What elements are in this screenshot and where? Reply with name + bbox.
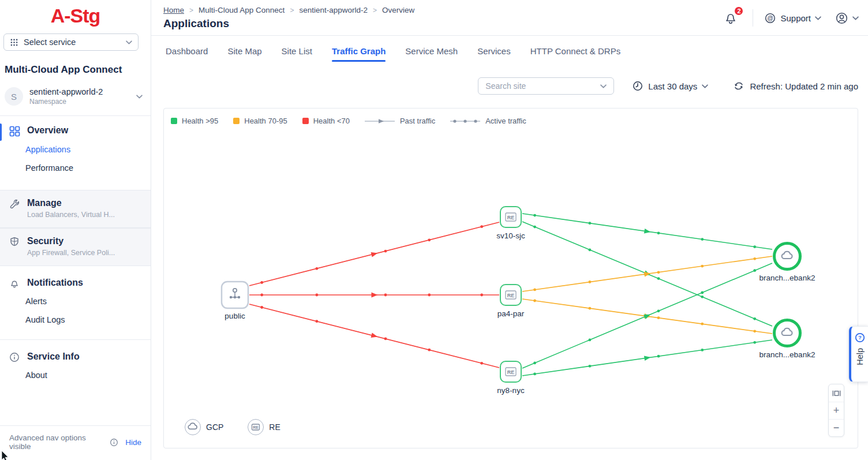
hide-advanced-nav-link[interactable]: Hide [125, 438, 141, 447]
zoom-out-button[interactable]: − [829, 419, 844, 436]
active-section-indicator [0, 124, 2, 141]
svg-text:pa4-par: pa4-par [497, 309, 525, 318]
svg-text:ny8-nyc: ny8-nyc [497, 386, 525, 395]
tab-site-map[interactable]: Site Map [227, 43, 261, 63]
node-type-legend: GCPRERE [185, 419, 305, 435]
chevron-down-icon [126, 40, 132, 44]
namespace-type-label: Namespace [29, 98, 103, 106]
sidebar-item-about[interactable]: About [25, 366, 151, 384]
main-content: Home>Multi-Cloud App Connect>sentient-ap… [151, 0, 868, 460]
section-title: Overview [27, 125, 68, 135]
controls-row: Search site Last 30 days [151, 77, 868, 95]
notifications-bell-button[interactable]: 2 [721, 9, 740, 27]
notifications-count-badge: 2 [734, 6, 744, 16]
sidebar-section-service-info[interactable]: Service Info [0, 351, 151, 362]
graph-node-branch-ebank2-b[interactable]: branch...ebank2 [760, 320, 815, 360]
help-tab[interactable]: ? Help [849, 326, 868, 382]
advanced-nav-label: Advanced nav options visible [9, 433, 106, 451]
sidebar-nav: OverviewApplicationsPerformanceManageLoa… [0, 125, 151, 384]
sidebar: A-Stg Select service Multi-Cloud App Con… [0, 0, 151, 460]
svg-text:sv10-sjc: sv10-sjc [496, 231, 525, 240]
graph-edge-public-to-pa4-par[interactable] [249, 293, 499, 298]
tab-service-mesh[interactable]: Service Mesh [405, 43, 458, 63]
select-service-dropdown[interactable]: Select service [3, 33, 139, 51]
legend-swatch [302, 118, 309, 124]
breadcrumb-item[interactable]: Home [163, 6, 184, 14]
node-type-gcp: GCP [185, 419, 223, 435]
sidebar-divider [0, 115, 151, 116]
sidebar-item-alerts[interactable]: Alerts [25, 292, 151, 311]
chevron-down-icon [136, 95, 143, 99]
breadcrumb-separator: > [290, 6, 294, 14]
section-subtitle: App Firewall, Service Poli... [27, 249, 115, 257]
namespace-name: sentient-appworld-2 [29, 87, 103, 96]
breadcrumb-item[interactable]: Multi-Cloud App Connect [199, 6, 285, 14]
bell-icon [9, 278, 21, 289]
breadcrumb-item[interactable]: sentient-appworld-2 [299, 6, 368, 14]
chevron-down-icon [702, 84, 708, 88]
fit-to-screen-button[interactable] [829, 384, 844, 402]
node-type-re: RERE [248, 419, 280, 435]
support-menu[interactable]: @ Support [765, 13, 821, 24]
refresh-status: Refresh: Updated 2 min ago [750, 81, 858, 91]
graph-node-pa4-par[interactable]: REpa4-par [497, 285, 525, 318]
time-range-label: Last 30 days [648, 81, 697, 91]
graph-node-ny8-nyc[interactable]: REny8-nyc [497, 361, 525, 395]
traffic-graph-canvas[interactable]: publicREsv10-sjcREpa4-parREny8-nycbranch… [164, 109, 858, 448]
svg-text:?: ? [858, 334, 862, 341]
user-icon [835, 12, 848, 25]
user-account-menu[interactable] [835, 12, 859, 25]
svg-text:RE: RE [507, 293, 515, 298]
tab-http-connect-drps[interactable]: HTTP Connect & DRPs [530, 43, 620, 63]
search-site-dropdown[interactable]: Search site [478, 77, 614, 95]
sidebar-section-notifications[interactable]: Notifications [0, 278, 151, 289]
sidebar-item-applications[interactable]: Applications [25, 140, 151, 159]
section-subtitle: Load Balancers, Virtual H... [27, 211, 115, 219]
tab-services[interactable]: Services [477, 43, 511, 63]
sidebar-footer: Advanced nav options visible Hide [0, 425, 151, 460]
svg-text:@: @ [768, 14, 774, 21]
active-traffic-line-icon [450, 118, 480, 124]
legend-label: Past traffic [400, 117, 435, 125]
breadcrumb-item[interactable]: Overview [382, 6, 414, 14]
graph-edge-sv10-sjc-to-branch-ebank2-a[interactable] [522, 214, 772, 249]
tab-dashboard[interactable]: Dashboard [166, 43, 208, 63]
graph-node-public[interactable]: public [222, 282, 248, 320]
topbar: Home>Multi-Cloud App Connect>sentient-ap… [151, 0, 868, 36]
sidebar-section-manage[interactable]: ManageLoad Balancers, Virtual H... [0, 198, 151, 219]
cloud-icon [185, 419, 201, 435]
chevron-down-icon [852, 16, 859, 20]
re-icon: RE [248, 419, 264, 435]
product-title: Multi-Cloud App Connect [5, 64, 146, 76]
sidebar-section-overview[interactable]: Overview [0, 125, 151, 137]
graph-edge-ny8-nyc-to-branch-ebank2-b[interactable] [522, 340, 772, 376]
section-title: Service Info [27, 351, 80, 361]
graph-edge-public-to-ny8-nyc[interactable] [249, 304, 499, 368]
tab-traffic-graph[interactable]: Traffic Graph [332, 43, 386, 63]
legend-item: Past traffic [365, 117, 435, 125]
sidebar-section-security[interactable]: SecurityApp Firewall, Service Poli... [0, 236, 151, 257]
time-range-dropdown[interactable]: Last 30 days [633, 81, 708, 91]
namespace-selector[interactable]: S sentient-appworld-2 Namespace [5, 87, 146, 106]
tab-bar: DashboardSite MapSite ListTraffic GraphS… [151, 36, 868, 69]
graph-node-sv10-sjc[interactable]: REsv10-sjc [496, 207, 525, 240]
refresh-button[interactable]: Refresh: Updated 2 min ago [734, 81, 858, 91]
sidebar-item-performance[interactable]: Performance [25, 159, 151, 177]
help-label: Help [855, 348, 865, 365]
graph-edge-ny8-nyc-to-branch-ebank2-a[interactable] [522, 263, 772, 368]
graph-legend: Health >95Health 70-95Health <70Past tra… [171, 117, 541, 125]
support-icon: @ [765, 13, 776, 24]
legend-item: Active traffic [450, 117, 526, 125]
graph-edge-public-to-sv10-sjc[interactable] [249, 222, 499, 286]
wrench-icon [9, 199, 21, 209]
graph-edge-pa4-par-to-branch-ebank2-a[interactable] [522, 256, 772, 291]
sidebar-item-audit-logs[interactable]: Audit Logs [25, 311, 151, 329]
svg-text:RE: RE [507, 369, 515, 375]
zoom-in-button[interactable]: + [829, 402, 844, 419]
brand-logo: A-Stg [0, 5, 151, 27]
info-icon [110, 438, 118, 447]
svg-text:RE: RE [253, 425, 259, 429]
namespace-avatar: S [5, 87, 23, 106]
tab-site-list[interactable]: Site List [282, 43, 312, 63]
legend-item: Health >95 [171, 117, 218, 125]
